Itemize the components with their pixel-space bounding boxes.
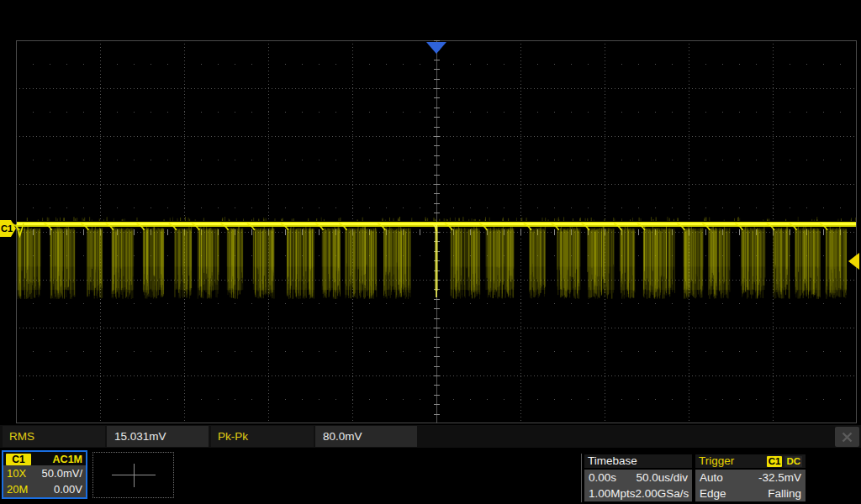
waveform-display[interactable] (0, 0, 861, 425)
channel-coupling: AC1M (53, 454, 82, 465)
channel-bandwidth: 20M (7, 481, 28, 497)
trigger-header: Trigger C1 DC (695, 454, 806, 468)
status-bar: C1 AC1M 10X 50.0mV/ 20M 0.00V Timebase 0… (0, 450, 861, 504)
channel-scale: 50.0mV/ (42, 465, 82, 481)
channel-row-header: C1 AC1M (3, 452, 86, 465)
timebase-header: Timebase (584, 454, 692, 468)
channel-panel-c1[interactable]: C1 AC1M 10X 50.0mV/ 20M 0.00V (2, 450, 87, 499)
panel-divider (581, 454, 582, 502)
trigger-position-marker-icon[interactable] (426, 42, 446, 54)
channel-badge: C1 (6, 454, 31, 465)
trigger-row-1: Auto -32.5mV (695, 470, 806, 486)
trigger-level: -32.5mV (758, 470, 801, 486)
trigger-badges: C1 DC (767, 456, 802, 467)
timebase-points: 1.00Mpts (589, 486, 636, 501)
measurement-value-rms[interactable]: 15.031mV (107, 426, 209, 447)
close-icon (841, 431, 853, 444)
channel-offset: 0.00V (54, 481, 82, 497)
timebase-panel[interactable]: Timebase 0.00s 50.0us/div 1.00Mpts 2.00G… (584, 454, 692, 501)
timebase-scale: 50.0us/div (636, 470, 688, 486)
trigger-mode: Auto (700, 470, 723, 486)
timebase-row-2: 1.00Mpts 2.00GSa/s (584, 486, 692, 501)
trigger-type: Edge (700, 486, 726, 501)
timebase-rows: 0.00s 50.0us/div 1.00Mpts 2.00GSa/s (584, 470, 692, 501)
trigger-title: Trigger (699, 454, 734, 468)
measurement-label-rms[interactable]: RMS (3, 426, 105, 447)
trigger-slope: Falling (768, 486, 801, 501)
trigger-source-badge: C1 (767, 456, 783, 467)
trigger-panel[interactable]: Trigger C1 DC Auto -32.5mV Edge Falling (695, 454, 806, 501)
measurement-bar: RMS 15.031mV Pk-Pk 80.0mV (0, 425, 861, 448)
plus-icon (112, 464, 156, 487)
timebase-sample-rate: 2.00GSa/s (636, 486, 689, 501)
channel-probe: 10X (7, 465, 26, 481)
trigger-rows: Auto -32.5mV Edge Falling (695, 470, 806, 501)
timebase-row-1: 0.00s 50.0us/div (584, 470, 692, 486)
add-channel-button[interactable] (92, 452, 174, 498)
timebase-delay: 0.00s (589, 470, 616, 486)
trigger-row-2: Edge Falling (695, 486, 806, 501)
channel-row-offset: 20M 0.00V (3, 481, 86, 497)
timebase-title: Timebase (588, 454, 637, 468)
measurement-value-pkpk[interactable]: 80.0mV (315, 426, 417, 447)
close-button[interactable] (835, 427, 859, 447)
oscilloscope-screen: C1 RMS 15.031mV Pk-Pk 80.0mV C1 AC1M 10X… (0, 0, 861, 504)
trigger-coupling-badge: DC (784, 456, 802, 467)
channel-row-scale: 10X 50.0mV/ (3, 465, 86, 481)
measurement-label-pkpk[interactable]: Pk-Pk (211, 426, 314, 447)
trigger-level-marker-icon[interactable] (848, 253, 859, 270)
